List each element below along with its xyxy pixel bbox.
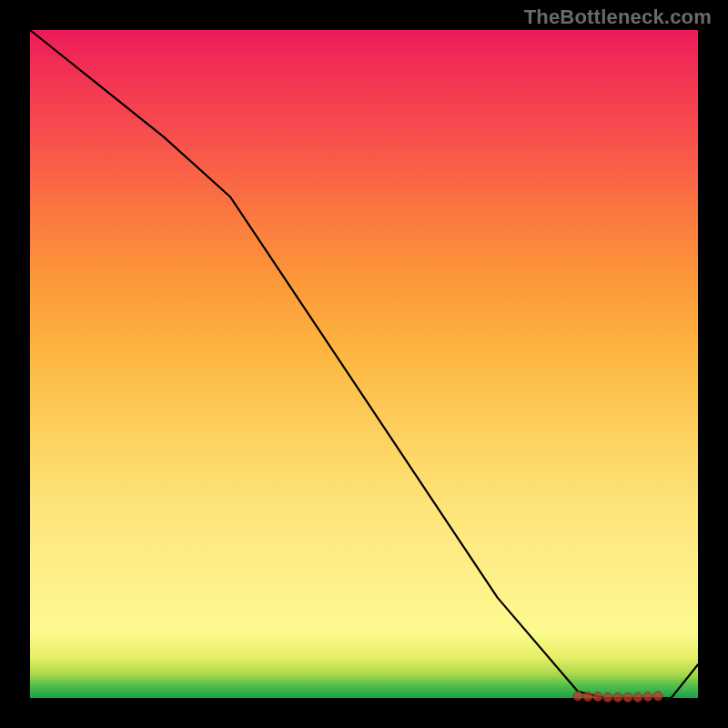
marker-group [573, 692, 662, 703]
optimum-marker [593, 693, 602, 702]
optimum-marker [613, 693, 622, 702]
plot-area [30, 30, 698, 698]
optimum-marker [583, 693, 592, 702]
optimum-marker [633, 693, 642, 702]
line-series [30, 30, 698, 698]
optimum-marker [643, 693, 652, 702]
chart-svg [30, 30, 698, 698]
optimum-marker [573, 692, 582, 701]
chart-frame: TheBottleneck.com [0, 0, 728, 728]
optimum-marker [603, 693, 612, 702]
watermark-text: TheBottleneck.com [524, 5, 712, 29]
optimum-marker [653, 692, 662, 701]
optimum-marker [623, 693, 632, 702]
